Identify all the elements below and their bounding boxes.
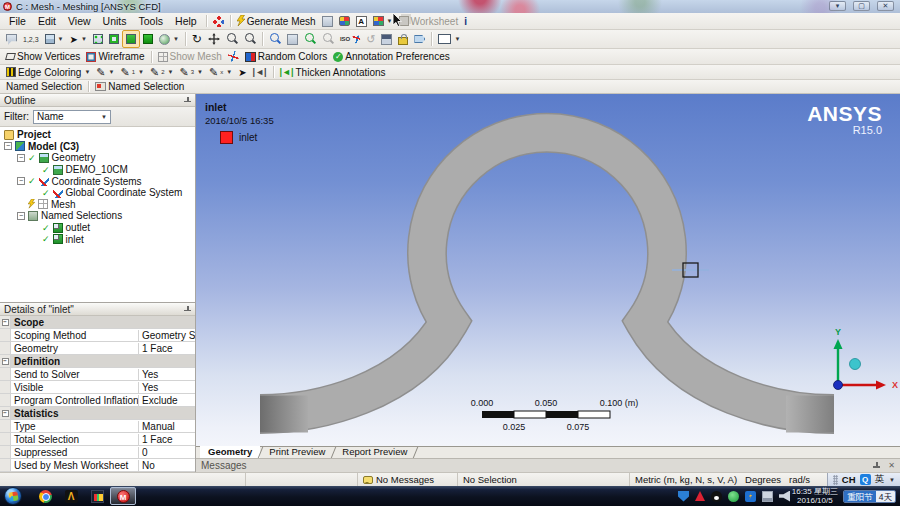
- create-named-selection-button[interactable]: Named Selection: [92, 80, 187, 93]
- calendar-badge[interactable]: 重阳节 4天: [843, 490, 896, 503]
- section-plane-button[interactable]: [319, 13, 336, 29]
- tree-item-geometry[interactable]: −✓Geometry: [0, 152, 195, 164]
- zoom-in-button[interactable]: [241, 30, 259, 48]
- show-vertices-button[interactable]: Show Vertices: [3, 49, 83, 64]
- taskbar-meshing-active[interactable]: M: [110, 487, 136, 505]
- box-zoom-button[interactable]: [266, 30, 284, 48]
- title-bar[interactable]: M C : Mesh - Meshing [ANSYS CFD] ▾ ▢ ✕: [0, 0, 900, 13]
- edge-direction-5-button[interactable]: ✎x▼: [206, 65, 235, 79]
- rotate-button[interactable]: ↻: [189, 30, 205, 48]
- pipe-end-left[interactable]: [260, 396, 308, 433]
- expander-icon[interactable]: −: [17, 177, 25, 185]
- volume-icon[interactable]: [779, 491, 790, 502]
- close-button[interactable]: ✕: [877, 1, 894, 11]
- ime-icon[interactable]: Q: [860, 474, 871, 485]
- rescale-annotation-button[interactable]: ▼: [435, 30, 463, 48]
- taskbar-clock[interactable]: 16:35 星期三 2016/10/5: [792, 487, 838, 505]
- tree-item-demo10cm[interactable]: ✓DEMO_10CM: [0, 164, 195, 176]
- select-by-id-button[interactable]: 1,2,3: [20, 30, 42, 48]
- status-messages[interactable]: No Messages: [358, 473, 458, 486]
- show-mesh-button[interactable]: Show Mesh: [155, 49, 225, 64]
- select-mode-button[interactable]: ▼: [42, 30, 67, 48]
- language-bar[interactable]: CH Q 英 ▼: [827, 473, 900, 486]
- details-section-statistics[interactable]: −Statistics: [0, 407, 195, 420]
- menu-units[interactable]: Units: [97, 15, 133, 27]
- vertex-filter-button[interactable]: [90, 30, 106, 48]
- taskbar-cfd-post[interactable]: [84, 487, 110, 505]
- close-messages-icon[interactable]: ✕: [888, 461, 895, 470]
- tray-triangle-icon[interactable]: [695, 491, 705, 501]
- details-row[interactable]: VisibleYes: [0, 381, 195, 394]
- tree-item-coordinate-systems[interactable]: −✓Coordinate Systems: [0, 175, 195, 187]
- pan-button[interactable]: [205, 30, 223, 48]
- tree-item-global-cs[interactable]: ✓Global Coordinate System: [0, 187, 195, 199]
- menu-edit[interactable]: Edit: [32, 15, 62, 27]
- zoom-window-button[interactable]: [284, 30, 301, 48]
- expander-icon[interactable]: −: [17, 154, 25, 162]
- dropdown-arrow-icon[interactable]: ▼: [387, 18, 393, 24]
- edges-by-connection-button[interactable]: |◄|: [250, 65, 270, 79]
- tree-item-outlet[interactable]: ✓outlet: [0, 222, 195, 234]
- details-section-definition[interactable]: −Definition: [0, 355, 195, 368]
- previous-view-button[interactable]: ↺: [363, 30, 378, 48]
- tab-print-preview[interactable]: Print Preview: [261, 446, 333, 458]
- image-capture-button[interactable]: ▼: [370, 13, 396, 29]
- manage-views-button[interactable]: [395, 30, 411, 48]
- edge-coloring-button[interactable]: Edge Coloring▼: [3, 65, 93, 79]
- details-row[interactable]: Scoping MethodGeometry Selection: [0, 329, 195, 342]
- grip-icon[interactable]: [833, 475, 838, 485]
- random-colors-button[interactable]: Random Colors: [242, 49, 330, 64]
- worksheet-button[interactable]: Worksheet: [396, 13, 462, 29]
- tree-item-mesh[interactable]: Mesh: [0, 199, 195, 211]
- lang-indicator[interactable]: CH: [842, 474, 856, 485]
- minimize-button[interactable]: ▾: [829, 1, 846, 11]
- pin-icon[interactable]: [873, 462, 880, 469]
- expander-icon[interactable]: −: [17, 212, 25, 220]
- network-icon[interactable]: [762, 491, 773, 502]
- edge-direction-arrow-button[interactable]: ➤: [235, 65, 249, 79]
- edge-direction-3-button[interactable]: ✎2▼: [147, 65, 177, 79]
- taskbar-chrome[interactable]: [32, 487, 58, 505]
- details-row[interactable]: TypeManual: [0, 420, 195, 433]
- edge-direction-4-button[interactable]: ✎3▼: [177, 65, 207, 79]
- pin-icon[interactable]: [184, 306, 191, 313]
- extend-selection-button[interactable]: ▼: [156, 30, 182, 48]
- lang-cn-indicator[interactable]: 英: [875, 473, 885, 486]
- menu-tools[interactable]: Tools: [133, 15, 170, 27]
- menu-view[interactable]: View: [62, 15, 97, 27]
- new-chart-button[interactable]: [336, 13, 353, 29]
- tab-report-preview[interactable]: Report Preview: [334, 446, 415, 458]
- messages-bar[interactable]: Messages ✕: [196, 458, 900, 472]
- qq-icon[interactable]: [711, 491, 722, 502]
- menu-file[interactable]: File: [3, 15, 32, 27]
- edge-direction-2-button[interactable]: ✎1▼: [118, 65, 148, 79]
- details-row[interactable]: Geometry1 Face: [0, 342, 195, 355]
- zoom-capped-button[interactable]: [319, 30, 337, 48]
- pin-icon[interactable]: [184, 97, 191, 104]
- details-section-scope[interactable]: −Scope: [0, 316, 195, 329]
- face-filter-button[interactable]: [122, 30, 140, 48]
- cursor-mode-button[interactable]: ➤▼: [67, 30, 90, 48]
- status-units[interactable]: Metric (m, kg, N, s, V, A) Degrees rad/s: [630, 473, 815, 486]
- zoom-fit-button[interactable]: [301, 30, 319, 48]
- tree-item-inlet[interactable]: ✓inlet: [0, 233, 195, 245]
- zoom-button[interactable]: [223, 30, 241, 48]
- tab-geometry[interactable]: Geometry: [200, 446, 260, 458]
- annotation-button[interactable]: A: [353, 13, 370, 29]
- details-row[interactable]: Used by Mesh WorksheetNo: [0, 459, 195, 472]
- details-row[interactable]: Suppressed0: [0, 446, 195, 459]
- body-filter-button[interactable]: [140, 30, 156, 48]
- solve-process-button[interactable]: [210, 13, 227, 29]
- details-row[interactable]: Program Controlled InflationExclude: [0, 394, 195, 407]
- tree-item-named-selections[interactable]: −Named Selections: [0, 210, 195, 222]
- taskbar-ansys[interactable]: Λ: [58, 487, 84, 505]
- menu-help[interactable]: Help: [169, 15, 203, 27]
- start-button[interactable]: [4, 487, 22, 505]
- security-shield-icon[interactable]: [678, 491, 689, 502]
- orientation-triad[interactable]: Y X: [834, 327, 899, 390]
- maximize-button[interactable]: ▢: [853, 1, 870, 11]
- generate-mesh-button[interactable]: Generate Mesh: [234, 13, 319, 29]
- details-row[interactable]: Total Selection1 Face: [0, 433, 195, 446]
- model-canvas[interactable]: 0.000 0.050 0.100 (m) 0.025 0.075: [196, 94, 900, 446]
- details-row[interactable]: Send to SolverYes: [0, 368, 195, 381]
